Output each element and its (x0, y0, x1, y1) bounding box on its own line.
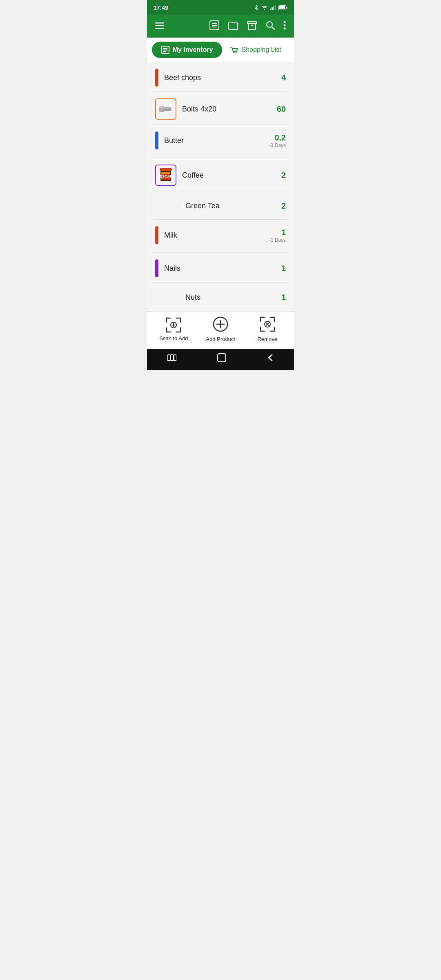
item-count-expiry: 0.2 -3 Days (261, 133, 286, 148)
svg-rect-53 (174, 355, 176, 361)
svg-point-25 (233, 52, 234, 53)
tab-my-inventory[interactable]: My Inventory (152, 42, 222, 58)
item-color-indicator (155, 69, 158, 87)
item-name: Butter (164, 136, 261, 145)
svg-rect-40 (161, 172, 170, 174)
coffee-image-icon: NESCAFÉ (158, 167, 174, 184)
list-item[interactable]: Nuts 1 (152, 283, 289, 311)
item-color-indicator (155, 259, 158, 277)
svg-rect-30 (159, 106, 164, 108)
item-name: Green Tea (185, 202, 270, 210)
battery-icon (278, 5, 287, 10)
inventory-list: Beef chops 4 Bolts 4x20 60 Butter (147, 62, 294, 311)
scan-to-add-button[interactable]: Scan to Add (150, 317, 197, 341)
toolbar (147, 15, 294, 38)
item-count: 2 (270, 201, 286, 211)
svg-rect-1 (272, 7, 273, 10)
svg-rect-5 (286, 7, 287, 9)
add-product-button[interactable]: Add Product (197, 316, 244, 342)
item-name: Bolts 4x20 (182, 105, 270, 114)
svg-point-19 (284, 24, 286, 26)
expiry-bar (152, 251, 289, 252)
list-item[interactable]: NESCAFÉ Coffee 2 (152, 158, 289, 191)
status-icons (254, 5, 287, 11)
bolt-image-icon (157, 100, 175, 118)
svg-point-18 (284, 21, 286, 23)
svg-rect-14 (247, 22, 256, 24)
nav-recent-apps-button[interactable] (167, 354, 176, 363)
nav-bar (147, 349, 294, 370)
add-product-icon (213, 316, 228, 334)
svg-rect-37 (160, 168, 172, 171)
svg-rect-7 (155, 22, 164, 24)
list-item[interactable]: Milk 1 -1 Days (152, 220, 289, 253)
item-count: 2 (270, 171, 286, 180)
remove-label: Remove (257, 336, 277, 342)
item-name: Beef chops (164, 74, 270, 82)
item-name: Nails (164, 264, 270, 273)
archive-button[interactable] (243, 17, 261, 36)
remove-button[interactable]: Remove (244, 316, 291, 342)
item-image (155, 98, 176, 120)
signal-icon (270, 5, 276, 10)
remove-icon (260, 316, 275, 334)
svg-text:NESCAFÉ: NESCAFÉ (158, 174, 174, 178)
nav-home-button[interactable] (217, 353, 226, 364)
bluetooth-icon (254, 5, 259, 11)
item-count: 1 (270, 264, 286, 273)
item-count-expiry: 1 -1 Days (261, 228, 286, 243)
tab-shopping-list[interactable]: Shopping List (222, 42, 289, 58)
list-item[interactable]: Butter 0.2 -3 Days (152, 125, 289, 158)
scan-icon (166, 317, 181, 333)
item-count: 60 (270, 105, 286, 114)
item-expiry: -3 Days (261, 143, 286, 148)
tab-switcher: My Inventory Shopping List (147, 38, 294, 62)
item-color-indicator (155, 226, 158, 244)
tab-shopping-list-label: Shopping List (242, 46, 281, 53)
list-item[interactable]: Beef chops 4 (152, 62, 289, 92)
scan-to-add-label: Scan to Add (159, 335, 188, 341)
svg-rect-3 (275, 5, 276, 10)
item-count: 1 (270, 293, 286, 302)
item-color-indicator (155, 131, 158, 149)
more-options-button[interactable] (280, 18, 289, 35)
item-count: 1 (281, 228, 286, 237)
list-view-button[interactable] (206, 17, 223, 36)
item-image: NESCAFÉ (155, 165, 176, 186)
expiry-bar (152, 156, 289, 158)
list-item[interactable]: Green Tea 2 (152, 191, 289, 220)
svg-rect-9 (155, 28, 164, 29)
list-item[interactable]: Nails 1 (152, 253, 289, 283)
svg-rect-2 (273, 6, 274, 10)
svg-rect-0 (270, 9, 271, 10)
svg-line-17 (272, 27, 274, 29)
svg-rect-8 (155, 25, 164, 26)
svg-rect-51 (167, 355, 170, 361)
status-time: 17:49 (154, 4, 168, 11)
item-name: Milk (164, 231, 261, 240)
bottom-action-bar: Scan to Add Add Product (147, 311, 294, 349)
svg-point-20 (284, 27, 286, 29)
item-expiry: -1 Days (261, 237, 286, 243)
item-count: 4 (270, 73, 286, 82)
item-name: Nuts (185, 293, 270, 302)
svg-point-26 (235, 52, 236, 53)
folder-button[interactable] (225, 17, 242, 36)
item-count: 0.2 (274, 133, 286, 142)
tab-my-inventory-label: My Inventory (173, 46, 213, 53)
svg-rect-6 (279, 6, 285, 9)
nav-back-button[interactable] (267, 353, 274, 364)
svg-rect-52 (171, 355, 174, 361)
list-item[interactable]: Bolts 4x20 60 (152, 92, 289, 125)
item-name: Coffee (182, 171, 270, 180)
add-product-label: Add Product (206, 336, 235, 342)
search-button[interactable] (262, 17, 278, 36)
hamburger-menu-button[interactable] (152, 18, 167, 34)
status-bar: 17:49 (147, 0, 294, 15)
svg-rect-54 (218, 354, 226, 362)
wifi-icon (261, 5, 268, 10)
